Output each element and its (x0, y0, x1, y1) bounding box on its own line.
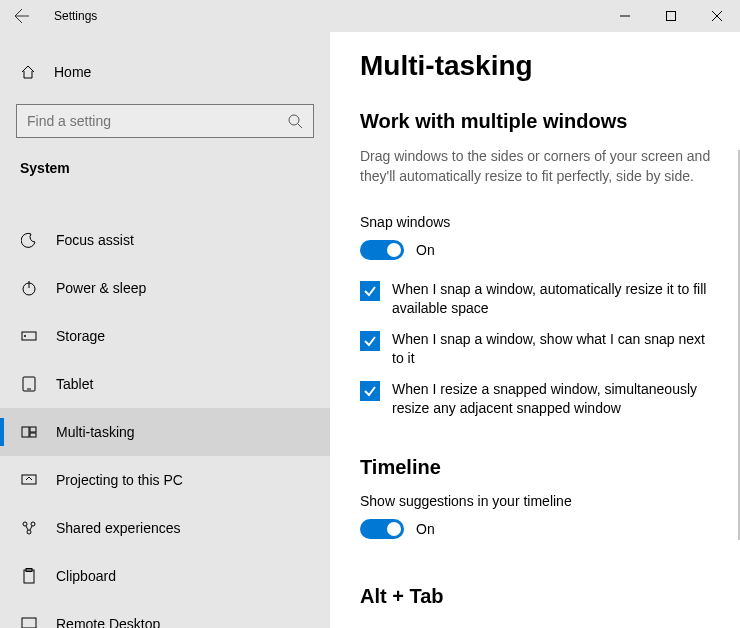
remote-icon (20, 616, 38, 628)
sidebar-item-label: Shared experiences (56, 520, 181, 536)
snap-option-1[interactable]: When I snap a window, automatically resi… (360, 280, 720, 318)
main-content: Multi-tasking Work with multiple windows… (330, 32, 740, 628)
sidebar-item-label: Projecting to this PC (56, 472, 183, 488)
section-heading-alt-tab: Alt + Tab (360, 585, 720, 608)
svg-rect-1 (667, 12, 676, 21)
sidebar-item-storage[interactable]: Storage (0, 312, 330, 360)
shared-icon (20, 520, 38, 536)
sidebar-item-focus-assist[interactable]: Focus assist (0, 216, 330, 264)
sidebar-home-label: Home (54, 64, 91, 80)
check-label: When I snap a window, automatically resi… (392, 280, 720, 318)
page-title: Multi-tasking (360, 50, 720, 82)
check-label: When I resize a snapped window, simultan… (392, 380, 720, 418)
moon-icon (20, 232, 38, 248)
sidebar-item-label: Focus assist (56, 232, 134, 248)
sidebar-item-label: Tablet (56, 376, 93, 392)
sidebar-item-multi-tasking[interactable]: Multi-tasking (0, 408, 330, 456)
timeline-suggestions-toggle[interactable] (360, 519, 404, 539)
sidebar-item-label: Remote Desktop (56, 616, 160, 628)
svg-point-7 (24, 335, 26, 337)
sidebar-home[interactable]: Home (0, 50, 330, 94)
svg-rect-11 (30, 427, 36, 432)
snap-option-3[interactable]: When I resize a snapped window, simultan… (360, 380, 720, 418)
svg-rect-19 (22, 618, 36, 628)
sidebar-item-label: Clipboard (56, 568, 116, 584)
search-icon (287, 113, 303, 129)
search-input[interactable] (27, 113, 287, 129)
sidebar-item-label: Multi-tasking (56, 424, 135, 440)
clipboard-icon (20, 568, 38, 584)
section-heading-windows: Work with multiple windows (360, 110, 720, 133)
home-icon (20, 64, 36, 80)
svg-point-14 (23, 522, 27, 526)
sidebar-item-projecting[interactable]: Projecting to this PC (0, 456, 330, 504)
maximize-button[interactable] (648, 0, 694, 32)
check-label: When I snap a window, show what I can sn… (392, 330, 720, 368)
checkbox-icon (360, 381, 380, 401)
titlebar: Settings (0, 0, 740, 32)
sidebar-item-remote-desktop[interactable]: Remote Desktop (0, 600, 330, 628)
sidebar-item-shared-experiences[interactable]: Shared experiences (0, 504, 330, 552)
project-icon (20, 472, 38, 488)
section-description: Drag windows to the sides or corners of … (360, 147, 720, 186)
checkbox-icon (360, 281, 380, 301)
svg-point-15 (31, 522, 35, 526)
close-button[interactable] (694, 0, 740, 32)
sidebar-item-label: Power & sleep (56, 280, 146, 296)
back-button[interactable] (0, 0, 44, 32)
sidebar-category: System (0, 154, 330, 194)
snap-windows-toggle[interactable] (360, 240, 404, 260)
section-heading-timeline: Timeline (360, 456, 720, 479)
svg-line-3 (298, 124, 302, 128)
svg-point-2 (289, 115, 299, 125)
multitask-icon (20, 424, 38, 440)
minimize-icon (620, 11, 630, 21)
timeline-toggle-state: On (416, 521, 435, 537)
window-controls (602, 0, 740, 32)
arrow-left-icon (14, 8, 30, 24)
sidebar-item-power-sleep[interactable]: Power & sleep (0, 264, 330, 312)
sidebar: Home System Focus assist Power & sleep (0, 32, 330, 628)
sidebar-item-clipboard[interactable]: Clipboard (0, 552, 330, 600)
window-title: Settings (54, 9, 97, 23)
power-icon (20, 280, 38, 296)
sidebar-item-label: Storage (56, 328, 105, 344)
svg-rect-12 (30, 433, 36, 437)
snap-windows-toggle-state: On (416, 242, 435, 258)
timeline-suggestions-label: Show suggestions in your timeline (360, 493, 720, 509)
close-icon (712, 11, 722, 21)
sidebar-nav: Focus assist Power & sleep Storage Table… (0, 216, 330, 628)
svg-rect-10 (22, 427, 29, 437)
snap-option-2[interactable]: When I snap a window, show what I can sn… (360, 330, 720, 368)
sidebar-item-tablet[interactable]: Tablet (0, 360, 330, 408)
maximize-icon (666, 11, 676, 21)
minimize-button[interactable] (602, 0, 648, 32)
checkbox-icon (360, 331, 380, 351)
snap-windows-label: Snap windows (360, 214, 720, 230)
storage-icon (20, 328, 38, 344)
tablet-icon (20, 376, 38, 392)
search-field[interactable] (16, 104, 314, 138)
svg-point-16 (27, 530, 31, 534)
